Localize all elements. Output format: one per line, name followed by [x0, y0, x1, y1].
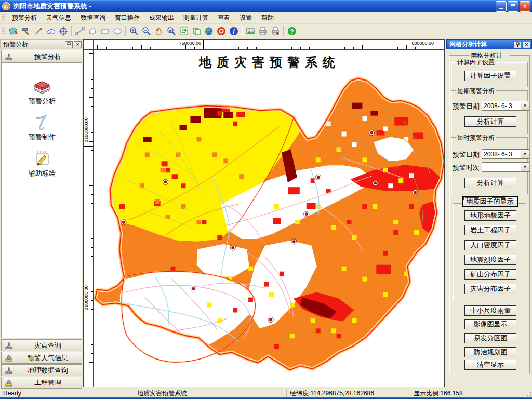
section-geo-data-query[interactable]: 地理数据查询	[1, 364, 82, 376]
seismic-factor-button[interactable]: 地震烈度因子	[464, 255, 516, 265]
left-panel-header[interactable]: 预警分析	[1, 50, 82, 63]
toolbar-separator	[283, 26, 284, 36]
weather-hand-icon	[4, 379, 14, 387]
factor-setup-button[interactable]: 计算因子设置	[464, 71, 516, 81]
svg-text:±: ±	[169, 28, 172, 33]
ellipse-tool-icon[interactable]	[111, 25, 124, 37]
menu-grip[interactable]	[2, 14, 5, 22]
globe-icon[interactable]	[203, 25, 215, 37]
status-bar: Ready 地质灾害预警系统 经纬度:114.296875,28.162686 …	[0, 389, 532, 397]
geotech-factor-button[interactable]: 岩土工程因子	[464, 225, 516, 235]
menu-view[interactable]: 查看	[213, 12, 235, 24]
status-ready: Ready	[0, 389, 92, 397]
short-time-analyze-button[interactable]: 分析计算	[464, 178, 516, 188]
left-panel-caption: 预警分析 ×	[0, 39, 83, 49]
prevention-plan-button[interactable]: 防治规划图	[464, 347, 516, 357]
stamp-icon	[4, 52, 14, 61]
hammer-icon[interactable]	[20, 25, 32, 37]
short-term-analyze-button[interactable]: 分析计算	[464, 116, 516, 127]
menu-settings[interactable]: 设置	[235, 12, 257, 24]
section-warning-weather-info[interactable]: 预警天气信息	[1, 352, 82, 364]
right-panel-pin-button[interactable]	[514, 41, 522, 48]
chevron-down-icon[interactable]: ▼	[521, 163, 529, 171]
right-panel-close-button[interactable]: ×	[523, 41, 530, 48]
population-factor-button[interactable]: 人口密度因子	[464, 240, 516, 250]
help-icon[interactable]: ?	[286, 25, 298, 37]
rect-tool-icon[interactable]	[99, 25, 111, 37]
pick-icon[interactable]	[32, 25, 45, 37]
map-area: 750000.00800000.00 3150000.003100000.00	[83, 39, 446, 389]
section-disaster-point-query[interactable]: 灾点查询	[1, 339, 82, 351]
menu-result-output[interactable]: 成果输出	[144, 12, 179, 24]
cloud-icon[interactable]	[45, 25, 57, 37]
menu-measure-calc[interactable]: 测量计算	[179, 12, 213, 24]
susceptibility-map-button[interactable]: 易发分区图	[464, 333, 516, 343]
section-project-management[interactable]: 工程管理	[1, 377, 82, 389]
pan-hand-icon[interactable]	[153, 25, 165, 37]
short-term-date-combo[interactable]: 2008- 6- 3 ▼	[482, 101, 529, 111]
map-title: 地质灾害预警系统	[94, 54, 445, 71]
tool-warning-make[interactable]: 预警制作	[2, 113, 83, 142]
resize-grip-icon[interactable]	[525, 390, 532, 397]
print-icon[interactable]	[257, 25, 269, 37]
zoom-out-icon[interactable]	[140, 25, 153, 37]
info-icon[interactable]: i	[228, 25, 240, 37]
print-preview-icon[interactable]	[269, 25, 282, 37]
section-label: 工程管理	[14, 378, 82, 388]
restore-button[interactable]	[508, 1, 518, 12]
warning-make-pen-icon	[32, 113, 52, 131]
combo-value	[482, 163, 521, 171]
layers-copy-icon[interactable]	[190, 25, 203, 37]
imagery-button[interactable]: 影像图显示	[464, 319, 516, 329]
left-panel-header-text: 预警分析	[14, 52, 82, 61]
menu-data-query[interactable]: 数据查询	[76, 12, 110, 24]
left-panel-close-button[interactable]: ×	[74, 41, 82, 48]
chevron-down-icon[interactable]: ▼	[521, 150, 529, 158]
vertical-ruler: 3150000.003100000.00	[83, 49, 94, 387]
toolbar-grip[interactable]	[2, 27, 5, 35]
chevron-down-icon[interactable]: ▼	[521, 101, 529, 110]
polygon-tool-icon[interactable]	[86, 25, 99, 37]
window-title: 浏阳市地质灾害预警系统 -	[13, 2, 91, 11]
minimize-button[interactable]	[496, 1, 507, 12]
right-panel: 网格分析计算 × 网格分析计算 计算因子设置 计算因子设置 短期预警分析 预警日…	[446, 39, 532, 389]
left-panel-caption-text: 预警分析	[3, 40, 28, 49]
rainfall-button[interactable]: 中小尺度雨量	[464, 305, 516, 316]
ruler-corner	[83, 39, 94, 49]
terrain-factor-button[interactable]: 地形地貌因子	[464, 210, 516, 221]
geo-factor-display-button[interactable]: 地质因子的显示	[462, 196, 518, 207]
left-panel-pin-button[interactable]	[65, 41, 73, 48]
title-bar: dy 浏阳市地质灾害预警系统 - ×	[0, 0, 532, 12]
disaster-factor-button[interactable]: 灾害分布因子	[464, 284, 516, 294]
menu-weather-info[interactable]: 天气信息	[42, 12, 76, 24]
short-time-session-combo[interactable]: ▼	[482, 162, 529, 172]
weather-hand-icon	[4, 354, 14, 362]
sketch-notepad-icon	[32, 149, 52, 168]
refresh-icon[interactable]	[178, 25, 190, 37]
close-button[interactable]: ×	[520, 1, 530, 12]
section-label: 地理数据查询	[14, 366, 82, 375]
mine-factor-button[interactable]: 矿山分布因子	[464, 269, 516, 280]
tool-warning-analysis[interactable]: 预警分析	[2, 77, 83, 106]
menu-bar: 预警分析 天气信息 数据查询 窗口操作 成果输出 测量计算 查看 设置 帮助	[0, 12, 532, 24]
image-view-icon[interactable]	[244, 25, 257, 37]
menu-help[interactable]: 帮助	[257, 12, 278, 24]
group-title: 计算因子设置	[456, 58, 496, 67]
menu-window-ops[interactable]: 窗口操作	[110, 12, 144, 24]
short-time-date-label: 预警日期	[453, 150, 480, 159]
zoom-center-icon[interactable]: ±	[165, 25, 178, 37]
status-system-name: 地质灾害预警系统	[134, 389, 287, 397]
short-term-date-label: 预警日期	[453, 102, 480, 111]
menu-warning-analysis[interactable]: 预警分析	[7, 12, 42, 24]
stamp-icon	[4, 341, 14, 350]
target-icon[interactable]	[57, 25, 70, 37]
zoom-in-icon[interactable]	[128, 25, 140, 37]
clear-display-button[interactable]: 清空显示	[464, 360, 516, 370]
combo-value: 2008- 6- 3	[482, 150, 521, 158]
line-tool-icon[interactable]	[74, 25, 86, 37]
stop-icon[interactable]	[215, 25, 228, 37]
short-time-date-combo[interactable]: 2008- 6- 3 ▼	[482, 149, 529, 159]
map-canvas[interactable]: 地质灾害预警系统	[94, 49, 445, 387]
tool-sketch[interactable]: 辅助标绘	[2, 149, 83, 178]
select-map-icon[interactable]	[7, 25, 20, 37]
